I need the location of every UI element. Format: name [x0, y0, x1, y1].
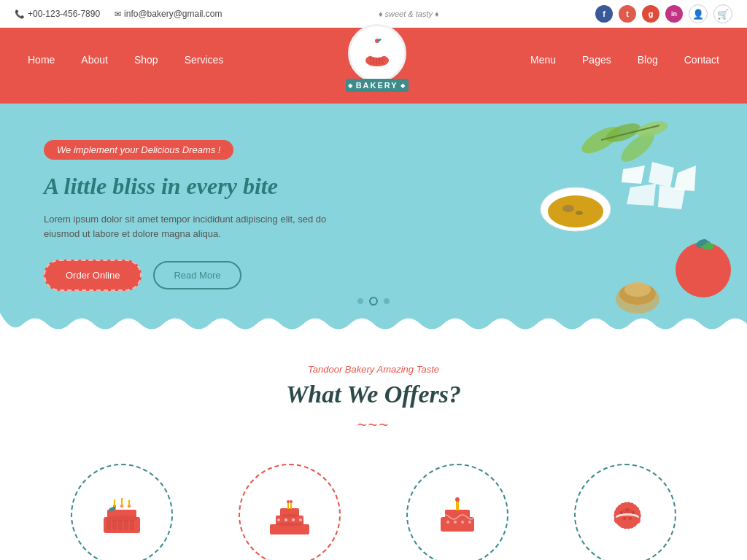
google-icon[interactable]: g [642, 5, 659, 23]
svg-rect-4 [376, 57, 377, 64]
nav-home[interactable]: Home [15, 38, 68, 82]
svg-point-68 [461, 521, 464, 524]
email-info: ✉ info@bakery@gmail.com [115, 9, 222, 19]
svg-rect-46 [128, 500, 130, 507]
nav-menu[interactable]: Menu [517, 38, 569, 82]
product-birthday-cakes[interactable]: Birthday Cakes [384, 464, 530, 560]
svg-point-66 [446, 521, 449, 524]
products-grid: Celebration Cakes [15, 464, 732, 560]
svg-point-75 [620, 511, 623, 514]
svg-point-77 [632, 511, 635, 514]
phone-info: 📞 +00-123-456-7890 [15, 9, 100, 19]
svg-point-59 [285, 518, 287, 521]
hero-section: We implement your Delicious Dreams ! A l… [0, 104, 747, 335]
product-celebration-cakes[interactable]: Celebration Cakes [49, 464, 195, 560]
twitter-icon[interactable]: t [619, 5, 636, 23]
cupcake-svg [358, 34, 396, 72]
nav-blog[interactable]: Blog [624, 38, 671, 82]
nav-services[interactable]: Services [171, 38, 237, 82]
product-cookies-cakes[interactable]: Cookies Cakes [552, 464, 698, 560]
svg-point-58 [277, 518, 280, 521]
facebook-icon[interactable]: f [595, 5, 613, 23]
dot-2[interactable] [369, 297, 378, 306]
svg-point-47 [106, 516, 138, 521]
svg-rect-36 [112, 520, 117, 530]
dot-1[interactable] [357, 298, 363, 304]
svg-point-79 [623, 517, 626, 520]
dot-3[interactable] [384, 298, 390, 304]
nav-contact[interactable]: Contact [671, 38, 732, 82]
svg-point-60 [292, 518, 295, 521]
svg-point-74 [614, 516, 640, 526]
nav-pages[interactable]: Pages [569, 38, 624, 82]
header-wave [0, 90, 747, 104]
nav-shop[interactable]: Shop [121, 38, 171, 82]
email-address: info@bakery@gmail.com [124, 9, 222, 19]
hero-description: Lorem ipsum dolor sit amet tempor incidi… [44, 212, 350, 243]
svg-rect-39 [130, 520, 134, 530]
svg-rect-5 [379, 57, 380, 64]
celebration-cake-icon [96, 489, 147, 540]
offers-divider: ~~~ [15, 416, 732, 435]
cookies-cake-icon [600, 489, 651, 540]
phone-icon: 📞 [15, 9, 25, 19]
celebration-cake-circle [71, 464, 173, 560]
svg-point-56 [287, 500, 290, 503]
svg-rect-35 [107, 520, 111, 530]
tilde-decoration: ~~~ [357, 416, 390, 435]
offers-subtitle: Tandoor Bakery Amazing Taste [15, 364, 732, 375]
logo[interactable]: BAKERY [331, 28, 423, 92]
svg-point-61 [299, 518, 302, 521]
offers-section: Tandoor Bakery Amazing Taste What We Off… [0, 335, 747, 560]
svg-rect-55 [290, 502, 292, 509]
svg-point-69 [468, 521, 471, 524]
offers-title: What We Offers? [15, 381, 732, 408]
tagline: ♦ sweet & tasty ♦ [379, 9, 439, 18]
nav-left: Home About Shop Services [15, 38, 236, 82]
svg-rect-44 [121, 498, 123, 507]
cart-icon[interactable]: 🛒 [713, 4, 732, 23]
nav-right: Menu Pages Blog Contact [517, 38, 732, 82]
svg-point-65 [455, 497, 460, 502]
logo-circle [348, 24, 406, 82]
main-header: Home About Shop Services [0, 28, 747, 92]
slider-dots [357, 297, 390, 306]
svg-rect-49 [270, 524, 309, 534]
hero-buttons: Order Online Read More [44, 260, 703, 291]
logo-text: BAKERY [346, 79, 409, 92]
contact-info: 📞 +00-123-456-7890 ✉ info@bakery@gmail.c… [15, 9, 222, 19]
email-icon: ✉ [115, 9, 121, 19]
birthday-cake-circle [406, 464, 508, 560]
hero-badge: We implement your Delicious Dreams ! [44, 140, 233, 160]
svg-point-52 [280, 514, 299, 517]
hero-wave-bottom [0, 313, 747, 335]
hero-title: A little bliss in every bite [44, 171, 703, 202]
svg-rect-38 [124, 520, 128, 530]
user-icon[interactable]: 👤 [689, 4, 708, 23]
svg-rect-54 [287, 502, 289, 509]
svg-rect-6 [382, 57, 383, 64]
birthday-cake-icon [432, 489, 483, 540]
cookies-cake-circle [574, 464, 676, 560]
svg-rect-3 [373, 57, 374, 64]
svg-point-76 [626, 508, 629, 511]
svg-point-78 [629, 517, 632, 520]
svg-rect-37 [118, 520, 123, 530]
social-links: f t g in 👤 🛒 [595, 4, 732, 23]
phone-number: +00-123-456-7890 [28, 9, 100, 19]
wedding-cake-circle [239, 464, 341, 560]
product-wedding-cakes[interactable]: Wedding Cakes [217, 464, 363, 560]
svg-rect-64 [456, 501, 459, 510]
nav-about[interactable]: About [68, 38, 121, 82]
instagram-icon[interactable]: in [665, 5, 683, 23]
svg-point-57 [290, 500, 293, 503]
svg-rect-2 [370, 57, 371, 64]
svg-point-53 [276, 523, 303, 526]
read-more-button[interactable]: Read More [153, 261, 241, 289]
order-online-button[interactable]: Order Online [44, 260, 142, 291]
svg-point-67 [454, 521, 457, 524]
hero-content: We implement your Delicious Dreams ! A l… [44, 140, 703, 291]
wedding-cake-icon [264, 489, 315, 540]
svg-rect-42 [114, 499, 115, 507]
